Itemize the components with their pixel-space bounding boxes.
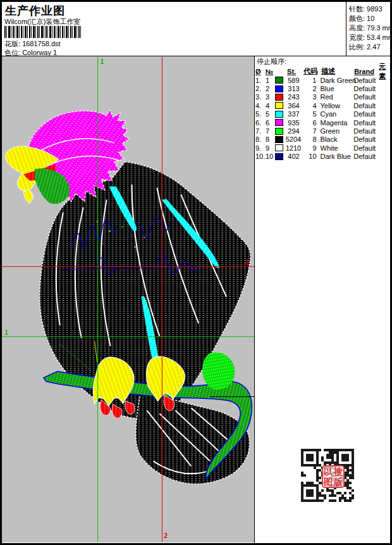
design-stats: 针数: 9893颜色: 10高度: 79.3 mm宽度: 53.4 mm比例: … <box>346 2 390 56</box>
stat-row: 宽度: 53.4 mm <box>349 33 390 42</box>
stat-row: 比例: 2.47 <box>349 42 390 52</box>
color-sequence-table: 停止顺序: Ø № St. 代码 描述 Brand 元素 1.15891Dark… <box>255 57 390 161</box>
color-table-header: Ø № St. 代码 描述 Brand 元素 <box>255 66 390 76</box>
page-title: 生产作业图 <box>5 3 65 18</box>
pattern-value: 1681758.dst <box>22 40 61 47</box>
color-table-row: 10.1040210Dark BlueDefault <box>255 153 390 161</box>
stat-row: 颜色: 10 <box>349 14 390 23</box>
thread-color-swatch <box>275 144 283 151</box>
eagle-embroidery-design: 1 2 1 2 <box>2 56 254 542</box>
thread-color-swatch <box>275 94 283 101</box>
color-table-row: 2.23132BlueDefault <box>255 84 390 92</box>
thread-color-swatch <box>275 153 283 160</box>
color-table-row: 3.32433RedDefault <box>255 93 390 101</box>
col-no: № <box>266 68 275 75</box>
color-table-row: 7.72947GreenDefault <box>255 127 390 135</box>
thread-color-swatch <box>275 85 283 92</box>
col-brand: Brand <box>353 68 379 75</box>
stamp-character: 以 <box>323 467 333 477</box>
production-worksheet: 生产作业图 Wilcom(汇京)装饰工作室 花版: 1681758.dst 色位… <box>0 0 392 545</box>
color-table-row: 4.43644YellowDefault <box>255 101 390 110</box>
barcode <box>4 26 82 38</box>
col-st: St. <box>285 68 301 75</box>
stamp-character: 版 <box>333 477 343 487</box>
pattern-file: 花版: 1681758.dst <box>4 39 61 49</box>
stop-sequence-title: 停止顺序: <box>257 57 390 66</box>
search-by-image-stamp: 以搜图版 <box>322 465 345 488</box>
thread-color-swatch <box>275 111 283 118</box>
thread-color-swatch <box>275 128 283 135</box>
col-element: 元素 <box>379 62 390 81</box>
pattern-label: 花版: <box>4 40 20 47</box>
guide-label-top: 1 <box>101 58 104 65</box>
col-desc: 描述 <box>317 66 353 76</box>
color-table-body: 1.15891Dark GreenDefault2.23132BlueDefau… <box>255 76 390 161</box>
guide-label-bottom: 2 <box>164 532 168 539</box>
color-table-row: 8.852048BlackDefault <box>255 135 390 144</box>
stamp-character: 图 <box>323 477 333 487</box>
color-table-row: 9.912109WhiteDefault <box>255 144 390 152</box>
guide-label-left: 1 <box>4 329 8 336</box>
thread-color-swatch <box>275 102 283 109</box>
color-table-row: 5.53375CyanDefault <box>255 110 390 118</box>
thread-color-swatch <box>275 136 283 143</box>
stamp-character: 搜 <box>333 467 343 477</box>
color-table-row: 6.69356MagentaDefault <box>255 118 390 127</box>
beak-lower-tip <box>23 189 34 203</box>
design-canvas: 1 2 1 2 <box>2 56 254 542</box>
col-num: Ø <box>255 68 266 75</box>
stat-row: 高度: 79.3 mm <box>349 23 390 33</box>
bright-green-patch <box>202 353 235 390</box>
thread-color-swatch <box>275 77 283 84</box>
studio-name: Wilcom(汇京)装饰工作室 <box>4 17 80 27</box>
thread-color-swatch <box>275 119 283 126</box>
guide-label-right: 2 <box>245 259 248 266</box>
col-code: 代码 <box>301 66 317 76</box>
stat-row: 针数: 9893 <box>349 4 390 14</box>
color-table-row: 1.15891Dark GreenDefault <box>255 76 390 84</box>
